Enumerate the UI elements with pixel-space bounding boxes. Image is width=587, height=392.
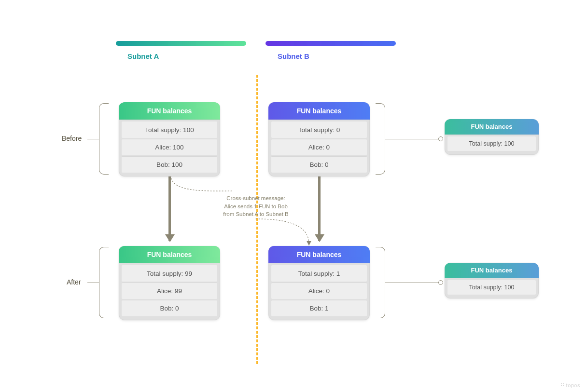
arrow-subnet-a: [168, 176, 171, 241]
card-summary-before: FUN balances Total supply: 100: [445, 119, 539, 155]
card-summary-after: FUN balances Total supply: 100: [445, 263, 539, 298]
label-after: After: [67, 278, 81, 286]
row-total-supply: Total supply: 0: [271, 122, 367, 138]
row-alice: Alice: 99: [122, 283, 217, 299]
diagram-stage: Subnet A Subnet B Before After Cross-sub…: [0, 0, 587, 392]
row-total-supply: Total supply: 1: [271, 265, 367, 282]
bracket-tick-before: [87, 139, 99, 139]
bracket-after-right: [376, 247, 385, 318]
bracket-tick-after: [87, 283, 99, 283]
dotted-curve-in: [253, 216, 321, 250]
bracket-before-left: [99, 103, 109, 175]
cross-subnet-message: Cross-subnet message: Alice sends 1 FUN …: [193, 194, 319, 218]
connector-before-summary: [385, 139, 439, 139]
card-title: FUN balances: [119, 102, 220, 120]
connector-after-summary: [385, 283, 439, 283]
row-bob: Bob: 0: [122, 300, 217, 316]
row-total-supply: Total supply: 99: [122, 265, 217, 282]
row-total-supply: Total supply: 100: [122, 122, 217, 138]
connector-dot-before: [438, 136, 443, 141]
connector-dot-after: [438, 280, 443, 285]
row-total-supply: Total supply: 100: [447, 136, 536, 151]
message-line3: from Subnet A to Subnet B: [193, 210, 319, 218]
label-before: Before: [62, 135, 82, 142]
card-before-subnet-a: FUN balances Total supply: 100 Alice: 10…: [119, 102, 220, 176]
card-after-subnet-a: FUN balances Total supply: 99 Alice: 99 …: [119, 246, 220, 320]
row-total-supply: Total supply: 100: [447, 280, 536, 295]
row-alice: Alice: 100: [122, 139, 217, 155]
row-bob: Bob: 0: [271, 156, 367, 173]
message-line1: Cross-subnet message:: [193, 194, 319, 203]
card-title: FUN balances: [268, 102, 370, 120]
subnet-b-bar: [266, 41, 396, 46]
subnet-a-bar: [116, 41, 246, 46]
bracket-after-left: [99, 247, 109, 318]
row-bob: Bob: 1: [271, 300, 367, 316]
card-title: FUN balances: [445, 119, 539, 135]
row-bob: Bob: 100: [122, 156, 217, 173]
subnet-divider: [256, 75, 258, 364]
subnet-a-label: Subnet A: [127, 52, 159, 60]
bracket-before-right: [376, 103, 385, 175]
card-before-subnet-b: FUN balances Total supply: 0 Alice: 0 Bo…: [268, 102, 370, 176]
row-alice: Alice: 0: [271, 283, 367, 299]
card-title: FUN balances: [268, 246, 370, 263]
card-after-subnet-b: FUN balances Total supply: 1 Alice: 0 Bo…: [268, 246, 370, 320]
row-alice: Alice: 0: [271, 139, 367, 155]
subnet-b-label: Subnet B: [278, 52, 309, 60]
card-title: FUN balances: [445, 263, 539, 278]
message-line2: Alice sends 1 FUN to Bob: [193, 203, 319, 211]
card-title: FUN balances: [119, 246, 220, 263]
watermark: topos: [560, 382, 580, 388]
